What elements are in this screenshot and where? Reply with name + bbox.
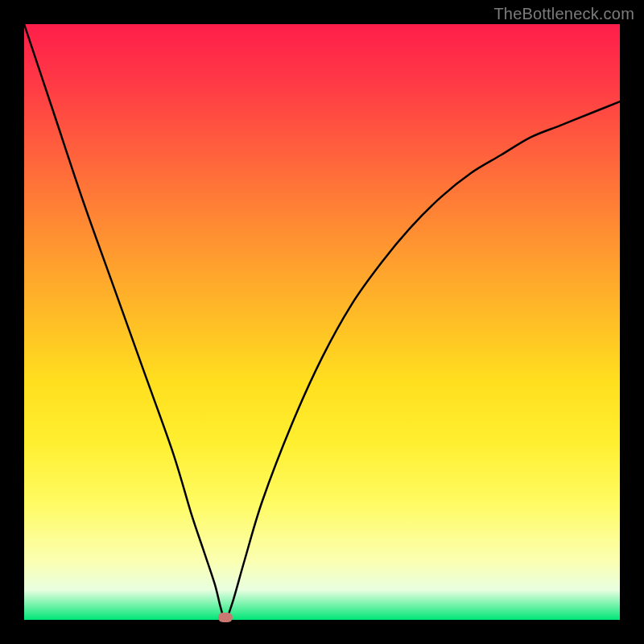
plot-area xyxy=(24,24,620,620)
bottleneck-curve xyxy=(24,24,620,620)
chart-frame: TheBottleneck.com xyxy=(0,0,644,644)
optimal-point-marker xyxy=(218,613,233,622)
watermark-text: TheBottleneck.com xyxy=(493,5,634,23)
